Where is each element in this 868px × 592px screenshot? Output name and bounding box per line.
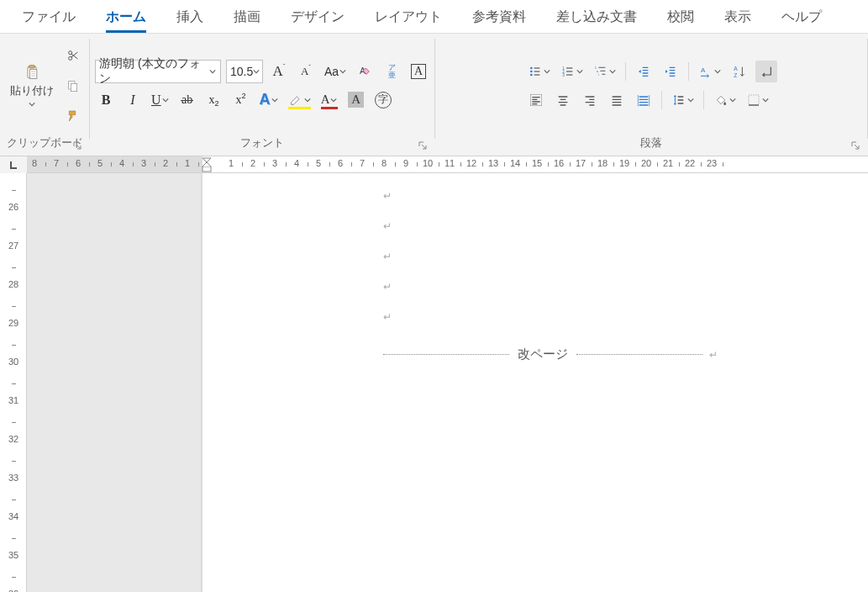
tab-view[interactable]: 表示 (709, 2, 766, 33)
group-paragraph: 123 1ai A AZ (435, 34, 867, 156)
group-font: 游明朝 (本文のフォン 10.5 Aˆ Aˇ Aa A ア 亜 A B I U … (90, 34, 434, 156)
align-right-button[interactable] (579, 89, 601, 111)
underline-button[interactable]: U (149, 89, 171, 111)
font-color-button[interactable]: A (318, 89, 340, 111)
format-painter-button[interactable] (62, 105, 84, 127)
svg-text:Z: Z (734, 71, 737, 77)
numbering-button[interactable]: 123 (558, 61, 586, 82)
paintbrush-icon (66, 108, 81, 124)
page-break-indicator: 改ページ ↵ (383, 346, 868, 362)
grow-font-button[interactable]: Aˆ (268, 61, 290, 82)
enclose-characters-button[interactable]: 字 (372, 89, 394, 111)
tab-draw[interactable]: 描画 (218, 2, 276, 33)
align-left-icon (529, 92, 544, 108)
page[interactable]: ↵ ↵ ↵ ↵ ↵ 改ページ ↵ (203, 173, 868, 592)
multilevel-list-icon: 1ai (593, 64, 608, 79)
group-clipboard-label: クリップボード (5, 134, 84, 154)
paragraph-mark: ↵ (383, 220, 868, 251)
cut-button[interactable] (62, 45, 84, 66)
ribbon: 貼り付け クリップボード 游明朝 (本文のフォン 10.5 Aˆ Aˇ (0, 34, 868, 156)
outdent-icon (636, 64, 651, 79)
clear-formatting-button[interactable]: A (354, 61, 376, 82)
character-border-button[interactable]: A (408, 61, 429, 82)
dialog-launcher-icon[interactable] (850, 140, 860, 151)
svg-rect-1 (29, 65, 35, 67)
paragraph-mark: ↵ (383, 311, 868, 341)
text-effects-button[interactable]: A (257, 89, 281, 111)
tab-design[interactable]: デザイン (276, 2, 360, 33)
chevron-down-icon (28, 100, 36, 108)
line-spacing-icon (671, 92, 687, 108)
dialog-launcher-icon[interactable] (418, 140, 428, 151)
chevron-down-icon (303, 96, 312, 104)
paste-button[interactable]: 貼り付け (5, 60, 59, 112)
character-shading-button[interactable]: A (345, 89, 367, 111)
chevron-down-icon (576, 67, 584, 76)
svg-text:3: 3 (562, 73, 565, 77)
multilevel-list-button[interactable]: 1ai (591, 61, 618, 82)
tab-insert[interactable]: 挿入 (161, 2, 218, 33)
vertical-ruler[interactable]: 2627282930313233343536 (0, 173, 27, 592)
font-name-combo[interactable]: 游明朝 (本文のフォン (95, 60, 221, 83)
show-paragraph-marks-button[interactable] (755, 61, 777, 82)
chevron-down-icon (713, 67, 722, 76)
line-spacing-button[interactable] (669, 89, 697, 111)
svg-rect-21 (749, 95, 759, 105)
ribbon-tabs: ファイル ホーム 挿入 描画 デザイン レイアウト 参考資料 差し込み文書 校閲… (0, 0, 868, 34)
group-clipboard: 貼り付け クリップボード (0, 34, 89, 156)
paragraph-mark: ↵ (383, 251, 868, 281)
bullets-button[interactable] (525, 61, 553, 82)
strikethrough-button[interactable]: ab (176, 89, 198, 111)
dialog-launcher-icon[interactable] (72, 140, 82, 151)
clipboard-icon (23, 63, 41, 82)
chevron-down-icon (329, 96, 338, 104)
bold-button[interactable]: B (95, 89, 117, 111)
highlight-color-button[interactable] (286, 89, 313, 111)
align-center-icon (555, 92, 571, 108)
copy-button[interactable] (62, 75, 84, 97)
paint-bucket-icon (713, 92, 729, 108)
tab-mailings[interactable]: 差し込み文書 (541, 2, 652, 33)
change-case-button[interactable]: Aa (322, 61, 349, 82)
font-size-combo[interactable]: 10.5 (226, 60, 263, 83)
align-center-button[interactable] (552, 89, 574, 111)
tab-help[interactable]: ヘルプ (766, 2, 837, 33)
subscript-button[interactable]: x2 (203, 89, 225, 111)
align-left-button[interactable] (525, 89, 547, 111)
tab-stop-icon (8, 160, 18, 170)
chevron-down-icon (761, 96, 770, 104)
highlighter-icon (288, 92, 303, 108)
shrink-font-button[interactable]: Aˇ (295, 61, 317, 82)
tab-home[interactable]: ホーム (91, 2, 161, 33)
phonetic-guide-button[interactable]: ア 亜 (381, 61, 402, 82)
tab-file[interactable]: ファイル (7, 2, 91, 33)
distributed-button[interactable] (633, 89, 655, 111)
chevron-down-icon (543, 67, 551, 76)
chevron-down-icon (253, 67, 260, 76)
tab-references[interactable]: 参考資料 (457, 2, 541, 33)
horizontal-ruler[interactable]: 8765432112345678910111213141516171819202… (27, 156, 868, 173)
sort-icon: AZ (732, 64, 747, 79)
borders-button[interactable] (744, 89, 771, 111)
shading-button[interactable] (711, 89, 739, 111)
bullet-list-icon (528, 64, 543, 79)
pilcrow-arrow-icon (759, 64, 774, 79)
text-direction-button[interactable]: A (696, 61, 723, 82)
chevron-down-icon (729, 96, 737, 104)
group-font-label: フォント (95, 134, 429, 154)
decrease-indent-button[interactable] (633, 61, 655, 82)
chevron-down-icon (208, 67, 217, 76)
ruler-corner (0, 156, 27, 173)
svg-point-9 (530, 70, 533, 72)
italic-button[interactable]: I (122, 89, 144, 111)
svg-text:A: A (734, 66, 738, 71)
tab-review[interactable]: 校閲 (652, 2, 709, 33)
scissors-icon (66, 48, 81, 63)
increase-indent-button[interactable] (660, 61, 681, 82)
borders-icon (746, 92, 761, 108)
sort-button[interactable]: AZ (729, 61, 750, 82)
align-distributed-icon (636, 92, 651, 108)
align-justify-button[interactable] (606, 89, 628, 111)
tab-layout[interactable]: レイアウト (360, 2, 457, 33)
superscript-button[interactable]: x2 (230, 89, 252, 111)
